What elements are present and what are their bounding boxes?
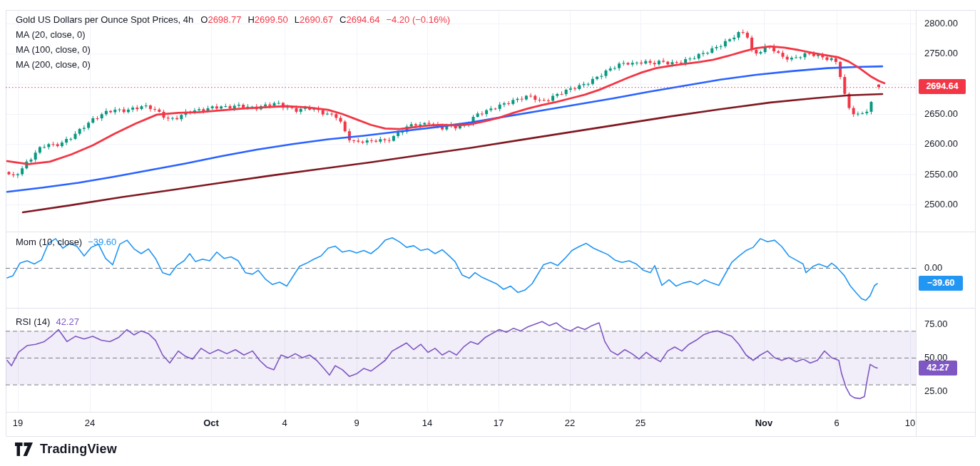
momentum-badge: −39.60 <box>919 276 963 291</box>
ma100-legend[interactable]: MA (100, close, 0) <box>16 42 450 57</box>
momentum-legend[interactable]: Mom (10, close)−39.60 <box>16 235 116 249</box>
momentum-axis-label: 0.00 <box>924 262 974 274</box>
rsi-legend[interactable]: RSI (14)42.27 <box>16 315 79 329</box>
time-axis-label: 25 <box>625 418 656 429</box>
symbol-title[interactable]: Gold US Dollars per Ounce Spot Prices, 4… <box>16 14 193 25</box>
momentum-legend-label: Mom (10, close) <box>16 237 82 247</box>
ohlc-high: H2699.50 <box>247 14 287 25</box>
last-price-badge: 2694.64 <box>919 79 966 94</box>
time-axis-label: 19 <box>2 418 34 429</box>
ohlc-close: C2694.64 <box>340 14 379 25</box>
time-axis-label: 6 <box>821 418 852 429</box>
time-axis[interactable] <box>6 413 917 436</box>
rsi-axis-label: 25.00 <box>924 385 974 397</box>
price-axis-label: 2500.00 <box>924 199 974 210</box>
tradingview-logo-text: TradingView <box>40 442 117 457</box>
ohlc-open: O2698.77 <box>200 14 241 25</box>
rsi-value: 42.27 <box>56 316 79 327</box>
tradingview-logo[interactable]: TradingView <box>14 442 117 457</box>
tradingview-logo-icon <box>14 442 34 457</box>
time-axis-label: 24 <box>74 418 106 429</box>
time-axis-label: 10 <box>894 418 926 429</box>
price-axis-label: 2750.00 <box>924 48 974 59</box>
price-axis-label: 2600.00 <box>924 138 974 150</box>
time-axis-label: 9 <box>341 418 372 429</box>
ohlc-low: L2690.67 <box>295 14 333 25</box>
symbol-legend-row[interactable]: Gold US Dollars per Ounce Spot Prices, 4… <box>16 12 450 27</box>
time-axis-label: 17 <box>483 418 514 429</box>
tradingview-chart-window: Gold US Dollars per Ounce Spot Prices, 4… <box>0 0 980 466</box>
ohlc-change: −4.20 (−0.16%) <box>386 14 450 25</box>
price-axis-label: 2550.00 <box>924 169 974 180</box>
time-axis-label: Oct <box>195 418 227 429</box>
ma200-legend[interactable]: MA (200, close, 0) <box>16 57 450 72</box>
time-axis-label: 4 <box>269 418 300 429</box>
main-legend: Gold US Dollars per Ounce Spot Prices, 4… <box>16 12 450 72</box>
ma20-legend[interactable]: MA (20, close, 0) <box>16 27 450 42</box>
rsi-legend-label: RSI (14) <box>16 316 50 327</box>
price-axis-label: 2650.00 <box>924 108 974 120</box>
momentum-value: −39.60 <box>88 237 116 247</box>
time-axis-label: Nov <box>748 418 780 429</box>
rsi-badge: 42.27 <box>919 361 957 376</box>
rsi-axis-label: 75.00 <box>924 319 974 330</box>
time-axis-label: 14 <box>412 418 443 429</box>
time-axis-label: 22 <box>554 418 586 429</box>
price-axis-label: 2800.00 <box>924 18 974 29</box>
